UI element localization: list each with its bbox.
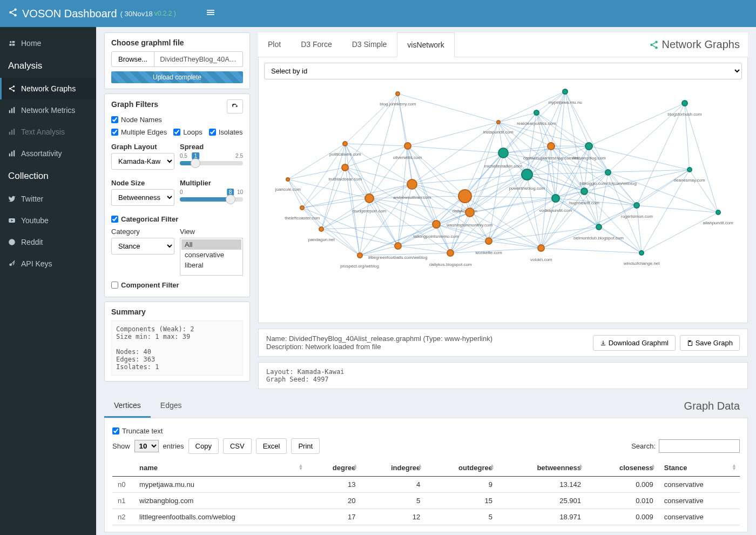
excel-button[interactable]: Excel [256,438,287,454]
svg-rect-7 [12,41,15,43]
sidebar-item-home[interactable]: Home [0,32,96,54]
col-outdegree[interactable]: outdegree▲▼ [426,459,498,477]
network-canvas[interactable]: blog.johnkerry.commypetjawa.mu.nublogsfo… [264,79,742,317]
network-node[interactable] [547,142,555,150]
svg-line-208 [321,224,436,229]
svg-line-157 [436,175,527,224]
view-multiselect[interactable]: All conservative liberal [180,238,243,276]
network-node-label: blogsforbush.com [667,112,701,117]
network-node-label: powerlineblog.com [509,186,545,191]
network-node[interactable] [364,193,374,203]
save-graph-button[interactable]: Save Graph [680,335,740,351]
graph-panel: Plot D3 Force D3 Simple visNetwork Netwo… [258,32,748,323]
multiplier-label: Multiplier [180,179,243,187]
network-node-label: truthlaidbear.com [329,177,362,182]
print-button[interactable]: Print [291,438,320,454]
sidebar-header-analysis: Analysis [0,54,96,78]
table-row[interactable]: n2littlegreenfootballs.com/weblog1712518… [112,509,740,525]
svg-line-115 [589,146,637,205]
isolates-checkbox[interactable]: Isolates [209,128,243,136]
sidebar-item-twitter[interactable]: Twitter [0,188,96,210]
network-node[interactable] [681,100,688,106]
category-select[interactable]: Stance [111,238,174,255]
svg-line-206 [637,205,642,253]
network-node[interactable] [357,252,363,258]
svg-line-48 [685,103,718,212]
sidebar-item-assortativity[interactable]: Assortativity [0,143,96,164]
table-row[interactable]: n0mypetjawa.mu.nu134913.1420.009conserva… [112,477,740,493]
loops-checkbox[interactable]: Loops [173,128,202,136]
app-version: v0.2.2 ) [154,10,176,17]
network-node[interactable] [404,142,411,150]
network-node[interactable] [551,194,560,203]
page-size-select[interactable]: 10 [134,440,159,452]
network-node[interactable] [521,169,533,180]
browse-button[interactable]: Browse... [111,51,154,67]
refresh-button[interactable] [227,99,243,113]
sidebar-item-api-keys[interactable]: API Keys [0,253,96,275]
network-node-label: andrewsullivan.com [393,195,431,200]
network-node[interactable] [498,148,509,158]
network-node-label: belmontclub.blogspot.com [573,236,624,240]
network-node-label: theleftcoaster.com [285,216,320,220]
menu-toggle[interactable] [200,9,221,18]
network-node-label: hughhewitt.com [569,200,599,205]
network-node[interactable] [458,189,472,203]
network-node[interactable] [496,120,501,124]
network-node[interactable] [687,167,692,172]
csv-button[interactable]: CSV [223,438,252,454]
tab-d3simple[interactable]: D3 Simple [342,32,397,57]
sidebar-item-youtube[interactable]: Youtube [0,210,96,231]
sidebar-item-text-analysis[interactable]: Text Analysis [0,121,96,143]
table-row[interactable]: n1wizbangblog.com2051525.9010.010conserv… [112,493,740,509]
spread-slider[interactable]: 0.52.5 1 [180,153,243,175]
truncate-checkbox[interactable]: Truncate text [112,427,740,435]
tab-edges[interactable]: Edges [151,394,192,418]
network-node[interactable] [596,224,602,230]
network-node[interactable] [605,169,611,176]
svg-line-43 [556,91,565,198]
network-node[interactable] [465,208,475,217]
col-name[interactable]: name▲▼ [134,459,306,477]
network-node[interactable] [580,188,588,195]
share-icon [8,8,18,20]
col-indegree[interactable]: indegree▲▼ [361,459,426,477]
multiplier-slider[interactable]: 010 8 [180,189,243,211]
svg-line-130 [608,170,689,172]
network-node[interactable] [394,242,402,250]
categorical-filter-checkbox[interactable]: Categorical Filter [111,215,243,223]
network-node[interactable] [534,110,539,116]
tab-plot[interactable]: Plot [258,32,291,57]
network-node[interactable] [585,142,593,150]
search-input[interactable] [659,439,740,453]
download-graphml-button[interactable]: Download Graphml [593,335,676,351]
sidebar-item-network-metrics[interactable]: Network Metrics [0,99,96,121]
col-Stance[interactable]: Stance▲▼ [659,459,740,477]
graph-data-panel: Vertices Edges Graph Data Truncate text … [104,394,748,532]
sidebar-item-reddit[interactable]: Reddit [0,231,96,253]
copy-button[interactable]: Copy [188,438,219,454]
tab-visnetwork[interactable]: visNetwork [397,32,454,57]
sidebar-item-network-graphs[interactable]: Network Graphs [0,78,96,99]
network-node[interactable] [407,179,417,190]
col-closeness[interactable]: closeness▲▼ [586,459,659,477]
col-degree[interactable]: degree▲▼ [306,459,361,477]
network-node-label: pandagon.net [308,237,335,242]
tab-d3force[interactable]: D3 Force [291,32,342,57]
multiple-edges-checkbox[interactable]: Multiple Edges [111,128,167,136]
select-by-id[interactable]: Select by id [264,63,742,79]
nodesize-select[interactable]: Betweenness [111,189,174,206]
summary-title: Summary [111,307,243,316]
component-filter-checkbox[interactable]: Component Filter [111,281,243,289]
network-node[interactable] [562,89,568,95]
download-icon [600,340,606,346]
svg-line-51 [536,113,551,146]
tab-vertices[interactable]: Vertices [104,394,151,418]
network-node[interactable] [432,220,441,229]
network-node-label: dailykos.blogspot.com [429,262,472,267]
col-betweenness[interactable]: betweenness▲▼ [498,459,586,477]
layout-select[interactable]: Kamada-Kawai [111,153,174,170]
svg-line-220 [398,246,450,253]
svg-line-119 [345,168,412,184]
node-names-checkbox[interactable]: Node Names [111,116,243,124]
